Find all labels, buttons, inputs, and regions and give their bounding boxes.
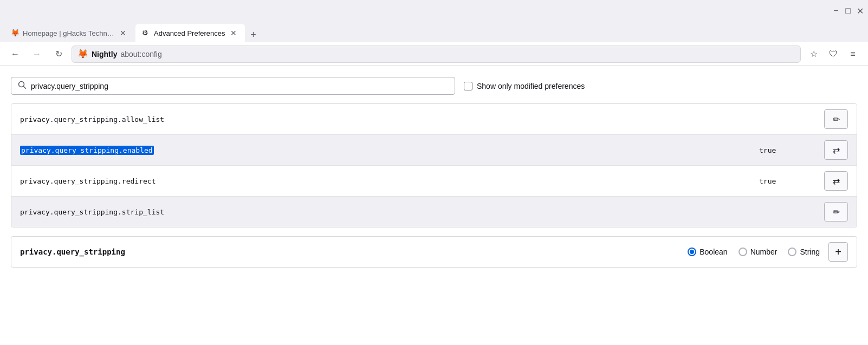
reload-icon: ↻ <box>55 49 62 59</box>
radio-circle-boolean <box>688 248 696 256</box>
show-modified-label[interactable]: Show only modified preferences <box>477 82 585 90</box>
edit-icon-strip: ✏ <box>833 207 840 217</box>
preferences-table: privacy.query_stripping.allow_list ✏ pri… <box>11 103 857 227</box>
tab-bar: 🦊 Homepage | gHacks Technolog... ✕ ⚙ Adv… <box>0 22 868 42</box>
tab-advanced-preferences[interactable]: ⚙ Advanced Preferences ✕ <box>135 24 245 42</box>
pref-name-redirect: privacy.query_stripping.redirect <box>20 177 759 185</box>
search-input-wrapper[interactable] <box>11 77 455 95</box>
tab-homepage[interactable]: 🦊 Homepage | gHacks Technolog... ✕ <box>4 24 134 42</box>
minimize-button[interactable]: − <box>832 7 840 15</box>
tab-close-homepage[interactable]: ✕ <box>118 28 128 38</box>
show-modified-checkbox[interactable] <box>464 82 472 90</box>
page-content: Show only modified preferences privacy.q… <box>0 66 868 345</box>
new-tab-button[interactable]: + <box>246 27 261 42</box>
svg-line-1 <box>24 87 26 89</box>
radio-dot-boolean <box>690 250 694 254</box>
search-icon <box>18 81 27 91</box>
pref-row-strip-list: privacy.query_stripping.strip_list ✏ <box>11 197 857 227</box>
nav-bar: ← → ↻ 🦊 Nightly about:config ☆ 🛡 ≡ <box>0 42 868 66</box>
radio-circle-string <box>788 248 796 256</box>
address-bar[interactable]: 🦊 Nightly about:config <box>72 45 801 63</box>
search-bar: Show only modified preferences <box>11 77 857 95</box>
tab-favicon-advanced: ⚙ <box>142 29 151 37</box>
pref-row-allow-list: privacy.query_stripping.allow_list ✏ <box>11 104 857 135</box>
add-preference-row: privacy.query_stripping Boolean Number <box>11 236 857 268</box>
bookmark-button[interactable]: ☆ <box>805 45 822 63</box>
tab-label-advanced: Advanced Preferences <box>154 29 225 37</box>
forward-icon: → <box>33 49 41 59</box>
tab-favicon-homepage: 🦊 <box>11 29 20 37</box>
radio-number-label: Number <box>750 248 778 256</box>
browser-favicon: 🦊 <box>77 49 88 59</box>
browser-window: − □ ✕ 🦊 Homepage | gHacks Technolog... ✕… <box>0 0 868 345</box>
search-input[interactable] <box>31 82 448 90</box>
star-icon: ☆ <box>810 49 818 59</box>
pref-row-enabled: privacy.query_stripping.enabled true ⇄ <box>11 135 857 166</box>
add-preference-button[interactable]: + <box>828 242 848 262</box>
pref-edit-allow-list[interactable]: ✏ <box>824 109 848 129</box>
shield-button[interactable]: 🛡 <box>825 45 842 63</box>
pref-value-enabled: true <box>759 146 824 154</box>
shield-icon: 🛡 <box>829 49 838 59</box>
pref-toggle-enabled[interactable]: ⇄ <box>824 140 848 160</box>
reload-button[interactable]: ↻ <box>50 45 67 63</box>
window-controls: − □ ✕ <box>832 7 864 15</box>
pref-row-redirect: privacy.query_stripping.redirect true ⇄ <box>11 166 857 197</box>
pref-edit-strip-list[interactable]: ✏ <box>824 202 848 222</box>
pref-name-allow-list: privacy.query_stripping.allow_list <box>20 115 759 123</box>
modified-preferences-wrapper: Show only modified preferences <box>464 82 585 90</box>
add-pref-name: privacy.query_stripping <box>20 248 688 256</box>
close-button[interactable]: ✕ <box>856 7 864 15</box>
pref-value-redirect: true <box>759 177 824 185</box>
radio-boolean-label: Boolean <box>699 248 727 256</box>
type-radio-group: Boolean Number String <box>688 248 820 256</box>
add-icon: + <box>835 246 841 258</box>
toggle-icon-redirect: ⇄ <box>833 176 840 186</box>
back-icon: ← <box>11 49 20 59</box>
address-url: about:config <box>120 50 161 58</box>
pref-toggle-redirect[interactable]: ⇄ <box>824 171 848 191</box>
menu-icon: ≡ <box>850 49 855 59</box>
maximize-button[interactable]: □ <box>844 7 852 15</box>
menu-button[interactable]: ≡ <box>844 45 861 63</box>
pref-name-strip-list: privacy.query_stripping.strip_list <box>20 208 759 216</box>
tab-close-advanced[interactable]: ✕ <box>229 28 238 38</box>
edit-icon: ✏ <box>833 114 840 125</box>
radio-circle-number <box>739 248 747 256</box>
radio-string-label: String <box>800 248 820 256</box>
radio-boolean[interactable]: Boolean <box>688 248 727 256</box>
pref-name-enabled: privacy.query_stripping.enabled <box>20 146 759 154</box>
tab-label-homepage: Homepage | gHacks Technolog... <box>23 29 115 37</box>
toggle-icon: ⇄ <box>833 145 840 155</box>
radio-string[interactable]: String <box>788 248 820 256</box>
browser-brand: Nightly <box>92 50 117 58</box>
forward-button[interactable]: → <box>28 45 46 63</box>
pref-name-highlight: privacy.query_stripping.enabled <box>20 146 154 155</box>
title-bar: − □ ✕ <box>0 0 868 22</box>
nav-right-buttons: ☆ 🛡 ≡ <box>805 45 861 63</box>
back-button[interactable]: ← <box>7 45 24 63</box>
radio-number[interactable]: Number <box>739 248 778 256</box>
